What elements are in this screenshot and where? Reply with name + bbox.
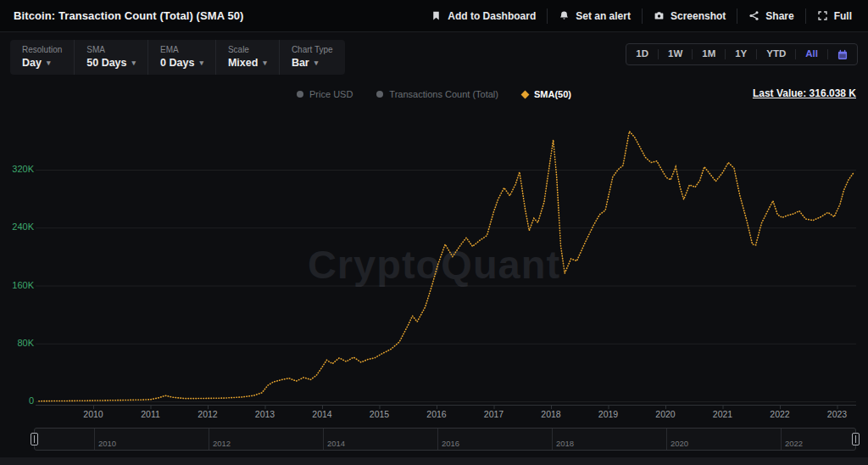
- navigator-divider: [552, 429, 553, 450]
- footer-strip: [0, 457, 868, 465]
- chevron-down-icon: ▾: [132, 59, 136, 67]
- control-label: Chart Type: [292, 45, 333, 54]
- control-value: Day: [22, 57, 42, 69]
- control-label: SMA: [86, 45, 136, 54]
- control-scale[interactable]: ScaleMixed▾: [216, 40, 280, 75]
- header-actions: Add to DashboardSet an alertScreenshotSh…: [420, 7, 863, 25]
- circle-marker-icon: [376, 91, 383, 98]
- navigator-year-label: 2014: [327, 439, 345, 448]
- legend-item-price-usd[interactable]: Price USD: [297, 89, 353, 99]
- chevron-down-icon: ▾: [47, 59, 51, 67]
- x-tick-label: 2010: [75, 409, 112, 419]
- action-label: Screenshot: [670, 10, 726, 22]
- circle-marker-icon: [297, 91, 303, 98]
- time-range-selector: 1D1W1M1YYTDAll: [626, 43, 858, 65]
- control-label: Resolution: [22, 45, 62, 54]
- legend-label: Transactions Count (Total): [389, 89, 498, 99]
- range-1w-button[interactable]: 1W: [659, 44, 692, 64]
- y-tick-label: 80K: [3, 338, 34, 348]
- camera-icon: [654, 10, 665, 21]
- y-tick-label: 320K: [3, 164, 34, 174]
- x-tick-label: 2015: [361, 409, 398, 419]
- range-1y-button[interactable]: 1Y: [726, 44, 756, 64]
- sma-line: [39, 132, 854, 401]
- action-label: Add to Dashboard: [448, 10, 536, 22]
- header: Bitcoin: Transaction Count (Total) (SMA …: [0, 0, 868, 32]
- add-to-dashboard-button[interactable]: Add to Dashboard: [420, 7, 547, 25]
- y-tick-label: 0: [3, 395, 34, 406]
- bookmark-icon: [431, 10, 442, 21]
- share-button[interactable]: Share: [737, 7, 804, 25]
- navigator-divider: [781, 429, 782, 450]
- full-button[interactable]: Full: [806, 7, 863, 25]
- chart-navigator[interactable]: 2010201220142016201820202022: [34, 428, 856, 451]
- cryptoquant-chart-page: Bitcoin: Transaction Count (Total) (SMA …: [0, 0, 868, 465]
- control-value: 50 Days: [86, 57, 126, 69]
- grid-lines: [36, 171, 856, 402]
- range-1m-button[interactable]: 1M: [693, 44, 725, 64]
- x-tick-label: 2011: [132, 409, 170, 419]
- navigator-year-label: 2010: [98, 439, 116, 448]
- x-tick-label: 2020: [647, 409, 684, 419]
- navigator-divider: [437, 429, 438, 450]
- x-tick-label: 2023: [819, 409, 856, 419]
- legend-label: SMA(50): [534, 89, 571, 99]
- navigator-right-handle[interactable]: [852, 433, 860, 445]
- control-label: EMA: [160, 45, 203, 54]
- chart-legend: Price USDTransactions Count (Total)SMA(5…: [0, 89, 868, 99]
- control-ema[interactable]: EMA0 Days▾: [148, 40, 216, 75]
- control-value: Mixed: [228, 57, 258, 69]
- y-tick-label: 240K: [3, 221, 34, 232]
- x-tick-label: 2021: [704, 409, 742, 419]
- range-ytd-button[interactable]: YTD: [757, 44, 795, 64]
- navigator-divider: [323, 429, 324, 450]
- control-label: Scale: [228, 45, 267, 54]
- navigator-year-label: 2020: [670, 439, 688, 448]
- control-value: Bar: [292, 57, 309, 69]
- x-tick-label: 2017: [476, 409, 513, 419]
- legend-label: Price USD: [309, 89, 353, 99]
- last-value-link[interactable]: Last Value: 316.038 K: [753, 87, 856, 99]
- bell-icon: [559, 10, 570, 21]
- x-tick-label: 2022: [761, 409, 798, 419]
- expand-icon: [817, 10, 828, 21]
- navigator-divider: [666, 429, 667, 450]
- x-tick-label: 2013: [247, 409, 284, 419]
- x-tick-label: 2012: [189, 409, 226, 419]
- chart-canvas[interactable]: [0, 109, 868, 428]
- set-an-alert-button[interactable]: Set an alert: [548, 7, 642, 25]
- x-tick-label: 2014: [303, 409, 341, 419]
- action-label: Full: [834, 10, 852, 22]
- navigator-left-handle[interactable]: [31, 433, 38, 445]
- control-value: 0 Days: [160, 57, 194, 69]
- navigator-year-label: 2016: [442, 439, 459, 448]
- share-icon: [748, 10, 760, 21]
- action-label: Set an alert: [576, 10, 631, 22]
- x-tick-label: 2016: [418, 409, 455, 419]
- control-chart-type[interactable]: Chart TypeBar▾: [280, 40, 345, 75]
- navigator-year-label: 2012: [213, 439, 231, 448]
- chevron-down-icon: ▾: [263, 59, 267, 67]
- control-resolution[interactable]: ResolutionDay▾: [10, 40, 75, 75]
- navigator-year-label: 2022: [785, 439, 803, 448]
- x-tick-label: 2018: [532, 409, 570, 419]
- chevron-down-icon: ▾: [199, 59, 203, 67]
- diamond-marker-icon: [521, 90, 530, 98]
- x-tick-label: 2019: [590, 409, 627, 419]
- range-1d-button[interactable]: 1D: [626, 44, 658, 64]
- chart-controls: ResolutionDay▾SMA50 Days▾EMA0 Days▾Scale…: [10, 40, 345, 75]
- action-label: Share: [765, 10, 793, 22]
- chevron-down-icon: ▾: [314, 59, 319, 67]
- navigator-year-label: 2018: [556, 439, 574, 448]
- page-title: Bitcoin: Transaction Count (Total) (SMA …: [14, 9, 244, 22]
- navigator-divider: [94, 429, 95, 450]
- legend-item-sma-50[interactable]: SMA(50): [522, 89, 571, 99]
- screenshot-button[interactable]: Screenshot: [643, 7, 737, 25]
- legend-item-transactions-count-total[interactable]: Transactions Count (Total): [376, 89, 498, 99]
- navigator-divider: [209, 429, 209, 450]
- range-all-button[interactable]: All: [796, 44, 827, 64]
- y-tick-label: 160K: [3, 280, 34, 290]
- calendar-icon[interactable]: [828, 46, 857, 63]
- control-sma[interactable]: SMA50 Days▾: [75, 40, 148, 75]
